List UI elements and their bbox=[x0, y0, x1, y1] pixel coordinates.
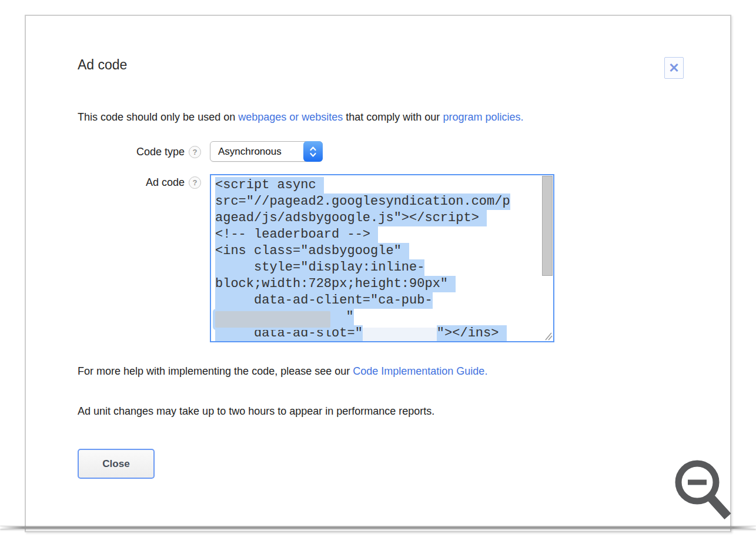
redacted-text bbox=[363, 328, 437, 342]
code-line: agead/js/adsbygoogle.js"></script> bbox=[215, 210, 539, 226]
dialog-close-button[interactable]: ✕ bbox=[664, 57, 684, 79]
ad-code-content: <script async src="//pagead2.googlesyndi… bbox=[215, 177, 539, 342]
code-line: " bbox=[215, 309, 539, 325]
screenshot-canvas: Ad code ✕ This code should only be used … bbox=[0, 0, 756, 547]
code-line: <ins class="adsbygoogle" bbox=[215, 243, 539, 259]
ad-code-label-group: Ad code ? bbox=[78, 175, 201, 189]
code-text-segment: " bbox=[330, 309, 354, 325]
code-text-segment: block;width:728px;height:90px" bbox=[215, 276, 456, 292]
dialog-title: Ad code bbox=[78, 57, 127, 73]
code-text-segment: <!-- leaderboard --> bbox=[215, 226, 378, 243]
code-type-select[interactable]: Asynchronous bbox=[210, 141, 323, 162]
code-type-help-icon[interactable]: ? bbox=[189, 146, 201, 158]
ad-unit-note: Ad unit changes may take up to two hours… bbox=[78, 405, 434, 418]
code-line: style="display:inline- bbox=[215, 259, 539, 276]
code-line: src="//pagead2.googlesyndication.com/p bbox=[215, 194, 539, 210]
ad-code-label: Ad code bbox=[146, 176, 185, 189]
code-text-segment: agead/js/adsbygoogle.js"></script> bbox=[215, 210, 487, 226]
redacted-text bbox=[215, 311, 330, 328]
guide-text-part: For more help with implementing the code… bbox=[78, 365, 353, 377]
code-line: <script async bbox=[215, 177, 539, 194]
textarea-resize-handle[interactable] bbox=[537, 327, 553, 341]
code-line: data-ad-slot=""></ins> bbox=[215, 325, 539, 342]
code-text-segment: <script async bbox=[215, 177, 324, 194]
close-icon: ✕ bbox=[668, 62, 679, 75]
code-type-label-group: Code type ? bbox=[78, 142, 201, 162]
program-policies-link[interactable]: program policies. bbox=[443, 111, 523, 123]
code-type-selected-value: Asynchronous bbox=[210, 146, 303, 158]
code-text-segment: style="display:inline- bbox=[215, 259, 424, 276]
code-type-label: Code type bbox=[136, 146, 185, 158]
intro-text-part1: This code should only be used on bbox=[78, 111, 238, 123]
textarea-scrollbar-thumb[interactable] bbox=[542, 176, 553, 276]
code-text-segment: data-ad-slot=" bbox=[215, 325, 363, 342]
select-stepper-icon bbox=[303, 141, 323, 162]
code-text-segment: <ins class="adsbygoogle" bbox=[215, 243, 409, 259]
code-text-segment: "></ins> bbox=[437, 325, 507, 342]
window-bottom-edge bbox=[0, 526, 756, 529]
intro-text: This code should only be used on webpage… bbox=[78, 111, 523, 124]
code-text-segment: src="//pagead2.googlesyndication.com/p bbox=[215, 194, 510, 210]
zoom-out-magnifier-icon bbox=[670, 456, 734, 523]
resize-grip-icon bbox=[542, 331, 553, 341]
ad-code-dialog: Ad code ✕ This code should only be used … bbox=[25, 15, 731, 532]
ad-code-textarea[interactable]: <script async src="//pagead2.googlesyndi… bbox=[210, 174, 554, 342]
intro-text-part2: that comply with our bbox=[343, 111, 443, 123]
code-implementation-guide-link[interactable]: Code Implementation Guide. bbox=[353, 365, 487, 377]
code-line: block;width:728px;height:90px" bbox=[215, 276, 539, 292]
ad-code-help-icon[interactable]: ? bbox=[189, 176, 201, 189]
code-guide-text: For more help with implementing the code… bbox=[78, 365, 487, 378]
code-text-segment: data-ad-client="ca-pub- bbox=[215, 292, 433, 309]
webpages-or-websites-link[interactable]: webpages or websites bbox=[238, 111, 343, 123]
code-line: <!-- leaderboard --> bbox=[215, 226, 539, 243]
close-button[interactable]: Close bbox=[78, 449, 155, 479]
code-line: data-ad-client="ca-pub- bbox=[215, 292, 539, 309]
